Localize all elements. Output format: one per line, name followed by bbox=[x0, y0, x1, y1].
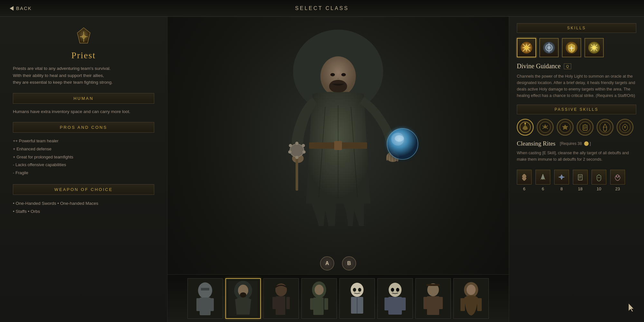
skills-header: SKILLS bbox=[517, 23, 636, 33]
back-label: BACK bbox=[16, 5, 32, 11]
priest-character-svg bbox=[248, 23, 428, 268]
stat-charisma-val: 23 bbox=[615, 186, 620, 191]
stat-will-val: 8 bbox=[560, 186, 563, 191]
svg-rect-93 bbox=[578, 175, 582, 180]
action-button-a[interactable]: A bbox=[320, 256, 334, 270]
svg-rect-45 bbox=[324, 298, 328, 310]
svg-rect-29 bbox=[210, 298, 214, 311]
stat-resourcefulness-val: 10 bbox=[597, 186, 601, 191]
passive-icon-6[interactable] bbox=[617, 119, 633, 136]
passive-icon-2[interactable] bbox=[537, 119, 554, 136]
strength-icon bbox=[517, 170, 532, 185]
svg-rect-68 bbox=[460, 298, 465, 311]
svg-point-42 bbox=[315, 285, 324, 295]
back-button[interactable]: BACK bbox=[10, 5, 32, 11]
char-card-1[interactable] bbox=[225, 278, 261, 319]
passive-icon-1[interactable] bbox=[517, 119, 534, 136]
char-portrait-0 bbox=[188, 279, 223, 318]
passive-icons-row bbox=[517, 119, 636, 136]
stat-agility-val: 6 bbox=[542, 186, 544, 191]
svg-rect-58 bbox=[401, 298, 406, 310]
skill-icon-4[interactable] bbox=[584, 38, 604, 57]
action-button-b[interactable]: B bbox=[342, 256, 356, 270]
char-card-7[interactable] bbox=[453, 278, 489, 319]
svg-point-6 bbox=[330, 73, 335, 76]
skill-icon-2[interactable] bbox=[539, 38, 559, 57]
svg-point-8 bbox=[329, 80, 347, 93]
char-card-5[interactable] bbox=[377, 278, 413, 319]
char-card-4[interactable] bbox=[339, 278, 375, 319]
svg-point-12 bbox=[295, 142, 298, 145]
passive-req-text: [Requires 38 bbox=[560, 141, 582, 146]
character-figure bbox=[248, 23, 428, 268]
svg-point-47 bbox=[351, 283, 364, 297]
char-card-2[interactable] bbox=[263, 278, 299, 319]
weapon-list: • One-Handed Swords • One-handed Maces •… bbox=[13, 199, 154, 216]
stat-agility: 6 bbox=[535, 170, 550, 191]
skill-icon-1[interactable] bbox=[517, 38, 536, 57]
pros-cons-list: ++ Powerful team healer + Enhanced defen… bbox=[13, 137, 154, 177]
svg-rect-69 bbox=[477, 298, 482, 311]
svg-rect-61 bbox=[427, 296, 439, 315]
svg-point-98 bbox=[616, 176, 617, 177]
svg-point-99 bbox=[618, 176, 619, 177]
active-skill-name: Divine Guidance bbox=[517, 62, 561, 70]
char-card-3[interactable] bbox=[301, 278, 337, 319]
svg-point-81 bbox=[525, 123, 526, 124]
weapons-line-1: • One-Handed Swords • One-handed Maces bbox=[13, 199, 154, 208]
char-portrait-3 bbox=[302, 279, 336, 318]
svg-point-67 bbox=[467, 285, 476, 295]
passive-icon-5[interactable] bbox=[597, 119, 613, 136]
con-1: - Lacks offensive capabilities bbox=[13, 161, 154, 169]
pros-cons-header: PROS AND CONS bbox=[13, 122, 154, 133]
class-icon-wrap bbox=[13, 26, 154, 47]
pro-3: + Great for prolonged teamfights bbox=[13, 153, 154, 161]
action-buttons: A B bbox=[320, 256, 356, 270]
svg-point-15 bbox=[289, 144, 292, 147]
svg-point-34 bbox=[240, 292, 246, 298]
char-portrait-7 bbox=[454, 279, 488, 318]
svg-point-13 bbox=[302, 144, 305, 147]
svg-point-14 bbox=[302, 150, 306, 154]
svg-rect-19 bbox=[334, 141, 342, 150]
char-card-6[interactable] bbox=[415, 278, 451, 319]
svg-point-74 bbox=[547, 46, 551, 49]
will-icon bbox=[554, 170, 569, 185]
svg-rect-43 bbox=[313, 298, 324, 315]
action-b-label: B bbox=[347, 260, 351, 266]
weapons-line-2: • Staffs • Orbs bbox=[13, 207, 154, 216]
active-skill-description: Channels the power of the Holy Light to … bbox=[517, 73, 636, 99]
stat-charisma: 23 bbox=[610, 170, 625, 191]
svg-point-54 bbox=[391, 288, 394, 292]
back-arrow-icon bbox=[10, 6, 14, 11]
skill-key-binding: Q bbox=[564, 63, 571, 69]
char-portrait-4 bbox=[340, 279, 374, 318]
resourcefulness-icon bbox=[592, 170, 606, 185]
passive-header: PASSIVE SKILLS bbox=[517, 105, 636, 114]
char-card-0[interactable] bbox=[187, 278, 223, 319]
character-select-bar bbox=[167, 274, 509, 322]
char-portrait-1 bbox=[226, 279, 260, 318]
passive-requirement: [Requires 38 ] bbox=[560, 141, 591, 146]
char-portrait-2 bbox=[264, 279, 298, 318]
right-panel: SKILLS bbox=[509, 17, 644, 322]
svg-point-24 bbox=[395, 135, 404, 142]
passive-icon-4[interactable] bbox=[577, 119, 593, 136]
skill-icon-3[interactable] bbox=[562, 38, 581, 57]
svg-rect-39 bbox=[286, 297, 290, 309]
svg-rect-56 bbox=[388, 297, 402, 315]
svg-point-84 bbox=[580, 122, 591, 133]
svg-rect-27 bbox=[200, 298, 211, 315]
svg-point-49 bbox=[358, 288, 361, 292]
class-emblem-icon bbox=[73, 26, 94, 47]
stat-knowledge-val: 18 bbox=[578, 186, 582, 191]
svg-point-16 bbox=[288, 150, 291, 154]
charisma-icon bbox=[610, 170, 625, 185]
svg-rect-38 bbox=[272, 297, 276, 309]
page-title: SELECT CLASS bbox=[295, 5, 349, 11]
svg-point-17 bbox=[295, 156, 298, 159]
stat-will: 8 bbox=[554, 170, 569, 191]
passive-icon-3[interactable] bbox=[557, 119, 573, 136]
stat-knowledge: 18 bbox=[573, 170, 588, 191]
pro-2: + Enhanced defense bbox=[13, 145, 154, 153]
